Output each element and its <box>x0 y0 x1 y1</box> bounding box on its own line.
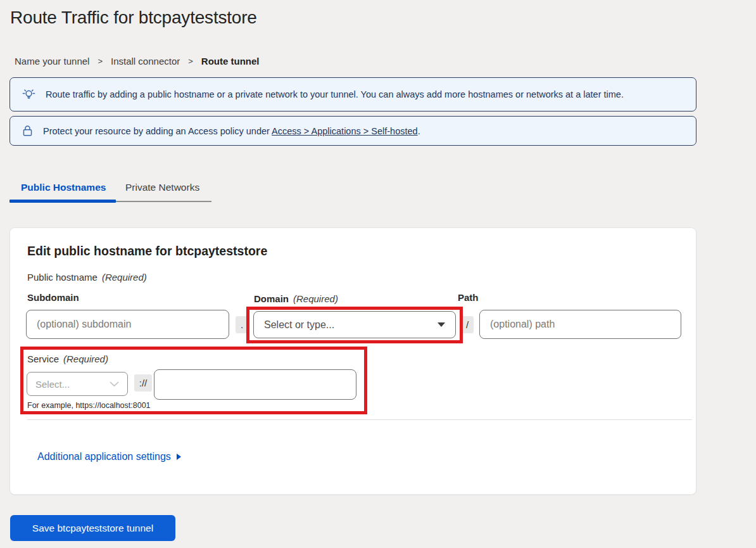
service-type-select[interactable]: Select... <box>27 372 128 396</box>
breadcrumb-separator: > <box>188 56 193 66</box>
section-divider <box>27 419 692 420</box>
service-label: Service(Required) <box>27 354 108 364</box>
chevron-right-icon <box>177 454 181 460</box>
service-example-hint: For example, https://localhost:8001 <box>27 401 151 410</box>
required-hint: (Required) <box>63 354 108 364</box>
domain-label: Domain(Required) <box>254 293 338 304</box>
tab-public-hostnames[interactable]: Public Hostnames <box>21 182 106 193</box>
subdomain-input[interactable] <box>26 310 229 339</box>
path-label: Path <box>458 292 479 303</box>
service-url-input[interactable] <box>154 369 356 400</box>
tab-bar-line <box>116 201 211 202</box>
tip-banner-text: Route traffic by adding a public hostnam… <box>46 89 624 99</box>
path-input[interactable] <box>479 310 681 339</box>
required-hint: (Required) <box>102 272 147 283</box>
lightbulb-icon <box>22 87 36 102</box>
breadcrumb-step-install-connector[interactable]: Install connector <box>111 56 180 67</box>
breadcrumb: Name your tunnel > Install connector > R… <box>15 56 259 67</box>
dot-separator: . <box>236 316 248 333</box>
access-applications-link[interactable]: Access > Applications > Self-hosted <box>272 126 418 136</box>
subdomain-label: Subdomain <box>27 292 79 303</box>
required-hint: (Required) <box>293 293 338 304</box>
active-tab-indicator <box>9 200 116 203</box>
tip-banner: Route traffic by adding a public hostnam… <box>9 77 696 112</box>
lock-icon <box>22 124 34 137</box>
additional-settings-label: Additional application settings <box>37 451 171 462</box>
service-type-value: Select... <box>35 379 70 390</box>
scheme-separator: :// <box>134 374 152 392</box>
chevron-down-icon <box>110 381 119 387</box>
chevron-down-icon <box>438 322 445 327</box>
edit-public-hostname-card: Edit public hostname for btcpayteststore… <box>9 227 696 495</box>
card-title: Edit public hostname for btcpayteststore <box>27 244 267 258</box>
page-title: Route Traffic for btcpayteststore <box>10 8 257 28</box>
tab-private-networks[interactable]: Private Networks <box>125 182 199 193</box>
domain-select-value: Select or type... <box>264 319 334 331</box>
additional-settings-link[interactable]: Additional application settings <box>37 451 181 462</box>
access-banner-text: Protect your resource by adding an Acces… <box>43 126 420 136</box>
access-banner-prefix: Protect your resource by adding an Acces… <box>43 126 272 136</box>
access-banner: Protect your resource by adding an Acces… <box>9 116 696 146</box>
breadcrumb-step-route-tunnel: Route tunnel <box>201 56 260 67</box>
breadcrumb-separator: > <box>98 56 103 66</box>
public-hostname-label: Public hostname(Required) <box>27 272 147 283</box>
route-traffic-page: Route Traffic for btcpayteststore Name y… <box>0 0 756 548</box>
save-tunnel-button[interactable]: Save btcpayteststore tunnel <box>10 515 175 541</box>
slash-separator: / <box>461 316 474 333</box>
breadcrumb-step-name-your-tunnel[interactable]: Name your tunnel <box>15 56 89 67</box>
access-banner-suffix: . <box>418 126 420 136</box>
domain-select[interactable]: Select or type... <box>253 311 456 338</box>
